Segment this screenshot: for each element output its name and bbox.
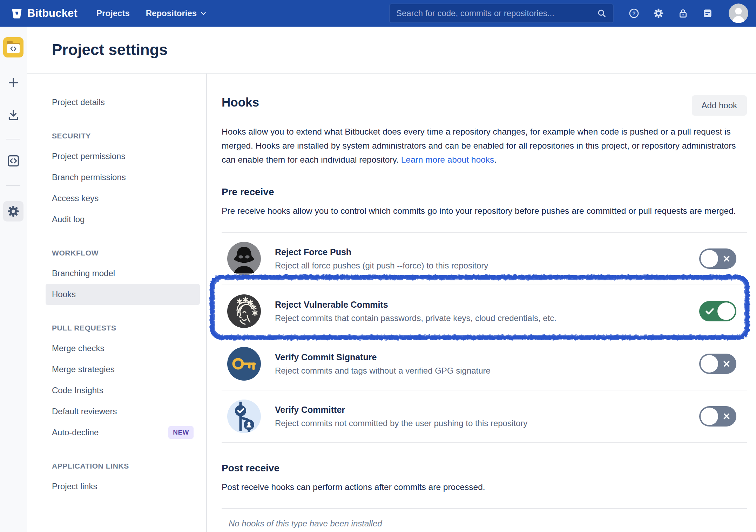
sidebar-item-label: Project details — [52, 97, 105, 107]
hook-description: Reject commits not committed by the user… — [275, 418, 527, 428]
source-code-button[interactable] — [6, 154, 21, 168]
left-rail — [0, 27, 27, 532]
sidebar-item-label: Merge checks — [52, 343, 104, 353]
sidebar-item-branch-permissions[interactable]: Branch permissions — [46, 167, 200, 188]
learn-more-link[interactable]: Learn more about hooks — [401, 155, 494, 164]
whats-new-button[interactable] — [702, 8, 713, 19]
project-settings-rail-button[interactable] — [3, 201, 23, 221]
hook-row-reject-force-push: Reject Force Push Reject all force pushe… — [222, 233, 747, 285]
page-title: Project settings — [52, 41, 168, 59]
sidebar-item-merge-strategies[interactable]: Merge strategies — [46, 359, 200, 380]
hooks-intro: Hooks allow you to extend what Bitbucket… — [222, 125, 747, 167]
post-receive-description: Post receive hooks can perform actions a… — [222, 480, 747, 494]
sidebar-item-hooks[interactable]: Hooks — [46, 284, 200, 305]
hook-title: Verify Committer — [275, 405, 527, 415]
download-icon — [6, 108, 20, 122]
project-avatar[interactable] — [3, 37, 23, 57]
sidebar-item-label: Access keys — [52, 193, 99, 203]
hook-title: Verify Commit Signature — [275, 352, 491, 362]
sidebar-item-merge-checks[interactable]: Merge checks — [46, 338, 200, 359]
hook-row-verify-commit-signature: Verify Commit Signature Reject commits a… — [222, 338, 747, 390]
user-avatar[interactable] — [729, 4, 748, 23]
top-navigation: Projects Repositories — [96, 8, 207, 18]
x-icon — [722, 412, 731, 421]
create-button[interactable] — [6, 76, 20, 90]
nav-projects-label: Projects — [96, 8, 130, 18]
empty-hooks-message: No hooks of this type have been installe… — [229, 519, 747, 528]
help-button[interactable]: ? — [628, 8, 640, 19]
sidebar-item-access-keys[interactable]: Access keys — [46, 188, 200, 209]
sidebar-heading-security: SECURITY — [46, 126, 200, 146]
code-box-icon — [6, 154, 21, 168]
post-receive-title: Post receive — [222, 463, 747, 474]
settings-sidebar: Project details SECURITY Project permiss… — [27, 74, 207, 532]
sidebar-item-branching-model[interactable]: Branching model — [46, 263, 200, 284]
page-header: Project settings — [27, 27, 756, 73]
sidebar-item-label: Auto-decline — [52, 428, 99, 437]
sidebar-item-project-links[interactable]: Project links — [46, 476, 200, 497]
sidebar-item-label: Default reviewers — [52, 407, 117, 416]
pre-receive-section: Pre receive Pre receive hooks allow you … — [222, 186, 747, 443]
clone-download-button[interactable] — [6, 108, 20, 122]
rail-divider — [6, 185, 20, 186]
hook-title: Reject Vulnerable Commits — [275, 300, 556, 310]
nav-repositories[interactable]: Repositories — [146, 8, 207, 18]
new-badge: NEW — [168, 426, 194, 439]
gear-icon — [653, 8, 664, 19]
sidebar-heading-workflow: WORKFLOW — [46, 243, 200, 263]
pre-receive-hook-list: Reject Force Push Reject all force pushe… — [222, 232, 747, 443]
chevron-down-icon — [200, 9, 207, 17]
toggle-knob — [701, 355, 718, 373]
toggle-reject-force-push[interactable] — [699, 248, 736, 269]
toggle-verify-committer[interactable] — [699, 406, 736, 427]
x-icon — [722, 254, 731, 263]
sidebar-item-label: Hooks — [52, 289, 76, 299]
bucket-icon — [11, 7, 23, 20]
sidebar-item-label: Merge strategies — [52, 364, 115, 374]
sidebar-item-project-permissions[interactable]: Project permissions — [46, 146, 200, 167]
notes-icon — [702, 8, 713, 19]
toggle-knob — [701, 250, 718, 267]
top-bar: Bitbucket Projects Repositories ? — [0, 0, 756, 27]
avatar-icon — [729, 4, 748, 23]
folder-front — [7, 44, 20, 53]
hook-title: Reject Force Push — [275, 247, 488, 257]
branch-user-icon — [227, 400, 261, 433]
help-icon: ? — [628, 8, 640, 19]
permissions-button[interactable] — [677, 8, 689, 19]
search-input[interactable] — [396, 8, 597, 18]
search-icon[interactable] — [597, 8, 607, 18]
plus-icon — [6, 76, 20, 90]
toggle-verify-commit-signature[interactable] — [699, 354, 736, 374]
sidebar-item-code-insights[interactable]: Code Insights — [46, 380, 200, 401]
sidebar-item-auto-decline[interactable]: Auto-decline NEW — [46, 422, 200, 443]
x-icon — [722, 359, 731, 368]
hook-description: Reject commits and tags without a verifi… — [275, 366, 491, 376]
hooks-title: Hooks — [222, 95, 259, 109]
pre-receive-description: Pre receive hooks allow you to control w… — [222, 204, 747, 218]
face-with-stars-icon — [227, 294, 261, 328]
add-hook-button[interactable]: Add hook — [692, 95, 747, 116]
bitbucket-logo[interactable]: Bitbucket — [11, 7, 77, 20]
sidebar-item-project-details[interactable]: Project details — [46, 92, 200, 113]
global-search[interactable] — [389, 4, 614, 23]
hook-row-verify-committer: Verify Committer Reject commits not comm… — [222, 390, 747, 443]
toggle-knob — [701, 408, 718, 425]
gear-icon — [7, 205, 20, 218]
darth-vader-icon — [227, 242, 261, 275]
top-bar-actions: ? — [628, 4, 748, 23]
hook-row-reject-vulnerable-commits: Reject Vulnerable Commits Reject commits… — [222, 285, 747, 338]
sidebar-item-default-reviewers[interactable]: Default reviewers — [46, 401, 200, 422]
sidebar-item-label: Project permissions — [52, 151, 125, 161]
post-receive-hook-list: No hooks of this type have been installe… — [222, 508, 747, 528]
nav-projects[interactable]: Projects — [96, 8, 130, 18]
sidebar-item-audit-log[interactable]: Audit log — [46, 209, 200, 230]
sidebar-heading-pull-requests: PULL REQUESTS — [46, 318, 200, 338]
sidebar-heading-application-links: APPLICATION LINKS — [46, 456, 200, 476]
settings-button[interactable] — [653, 8, 664, 19]
sidebar-item-label: Branch permissions — [52, 172, 126, 182]
svg-text:?: ? — [633, 11, 636, 16]
brand-name: Bitbucket — [27, 7, 77, 20]
post-receive-section: Post receive Post receive hooks can perf… — [222, 463, 747, 528]
toggle-reject-vulnerable-commits[interactable] — [699, 301, 736, 321]
